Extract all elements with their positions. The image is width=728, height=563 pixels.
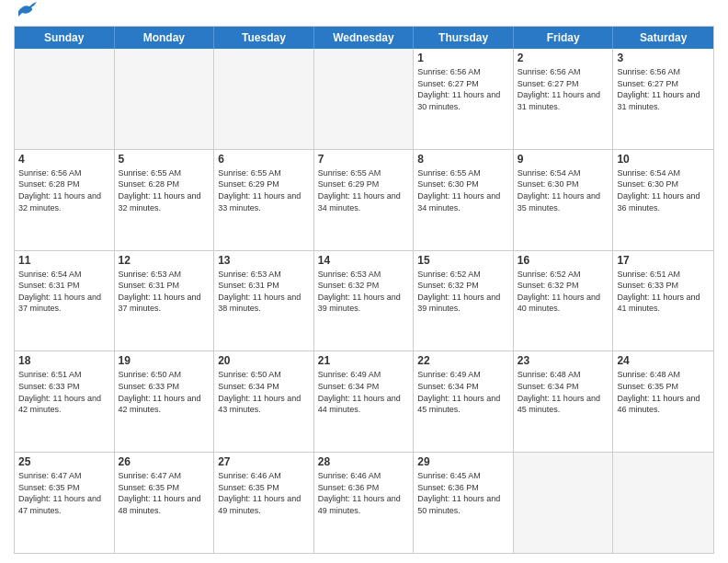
day-number: 13 [218,254,310,267]
day-info: Sunrise: 6:49 AM Sunset: 6:34 PM Dayligh… [318,369,410,415]
calendar-cell: 24Sunrise: 6:48 AM Sunset: 6:35 PM Dayli… [613,351,713,452]
calendar-cell [514,453,614,553]
day-number: 18 [18,354,110,367]
day-number: 23 [518,354,609,367]
calendar-cell: 15Sunrise: 6:52 AM Sunset: 6:32 PM Dayli… [414,251,514,351]
calendar: Sunday Monday Tuesday Wednesday Thursday… [14,26,714,554]
day-number: 10 [617,153,710,166]
day-number: 28 [318,455,410,468]
calendar-cell: 20Sunrise: 6:50 AM Sunset: 6:34 PM Dayli… [214,351,314,452]
day-number: 20 [218,354,310,367]
day-info: Sunrise: 6:47 AM Sunset: 6:35 PM Dayligh… [119,470,210,516]
day-info: Sunrise: 6:55 AM Sunset: 6:29 PM Dayligh… [218,167,310,213]
calendar-cell: 1Sunrise: 6:56 AM Sunset: 6:27 PM Daylig… [414,49,514,149]
calendar-cell: 6Sunrise: 6:55 AM Sunset: 6:29 PM Daylig… [214,150,314,250]
header-sunday: Sunday [15,27,115,49]
calendar-cell: 2Sunrise: 6:56 AM Sunset: 6:27 PM Daylig… [514,49,614,149]
day-number: 15 [417,254,509,267]
calendar-body: 1Sunrise: 6:56 AM Sunset: 6:27 PM Daylig… [15,49,713,553]
day-info: Sunrise: 6:54 AM Sunset: 6:31 PM Dayligh… [18,269,110,315]
calendar-cell: 11Sunrise: 6:54 AM Sunset: 6:31 PM Dayli… [15,251,115,351]
header [14,9,714,18]
day-info: Sunrise: 6:56 AM Sunset: 6:28 PM Dayligh… [18,167,110,213]
day-info: Sunrise: 6:55 AM Sunset: 6:28 PM Dayligh… [119,167,210,213]
week-row-2: 11Sunrise: 6:54 AM Sunset: 6:31 PM Dayli… [15,250,713,351]
day-info: Sunrise: 6:48 AM Sunset: 6:35 PM Dayligh… [617,369,710,415]
calendar-cell [214,49,314,149]
day-number: 8 [417,153,509,166]
day-number: 16 [518,254,609,267]
day-info: Sunrise: 6:51 AM Sunset: 6:33 PM Dayligh… [617,269,710,315]
header-tuesday: Tuesday [214,27,314,49]
calendar-cell: 3Sunrise: 6:56 AM Sunset: 6:27 PM Daylig… [613,49,713,149]
calendar-cell: 18Sunrise: 6:51 AM Sunset: 6:33 PM Dayli… [15,351,115,452]
header-monday: Monday [115,27,215,49]
day-number: 4 [18,153,110,166]
calendar-cell: 21Sunrise: 6:49 AM Sunset: 6:34 PM Dayli… [314,351,415,452]
day-info: Sunrise: 6:53 AM Sunset: 6:31 PM Dayligh… [218,269,310,315]
week-row-3: 18Sunrise: 6:51 AM Sunset: 6:33 PM Dayli… [15,350,713,452]
calendar-cell: 9Sunrise: 6:54 AM Sunset: 6:30 PM Daylig… [514,150,614,250]
day-info: Sunrise: 6:52 AM Sunset: 6:32 PM Dayligh… [518,269,609,315]
day-number: 17 [617,254,710,267]
calendar-cell: 28Sunrise: 6:46 AM Sunset: 6:36 PM Dayli… [314,453,415,553]
day-number: 9 [518,153,609,166]
week-row-0: 1Sunrise: 6:56 AM Sunset: 6:27 PM Daylig… [15,49,713,149]
day-number: 29 [417,455,509,468]
calendar-cell: 25Sunrise: 6:47 AM Sunset: 6:35 PM Dayli… [15,453,115,553]
calendar-cell: 5Sunrise: 6:55 AM Sunset: 6:28 PM Daylig… [115,150,215,250]
calendar-cell: 17Sunrise: 6:51 AM Sunset: 6:33 PM Dayli… [613,251,713,351]
day-number: 7 [318,153,410,166]
calendar-cell: 10Sunrise: 6:54 AM Sunset: 6:30 PM Dayli… [613,150,713,250]
calendar-cell: 16Sunrise: 6:52 AM Sunset: 6:32 PM Dayli… [514,251,614,351]
calendar-header: Sunday Monday Tuesday Wednesday Thursday… [15,27,713,49]
day-info: Sunrise: 6:51 AM Sunset: 6:33 PM Dayligh… [18,369,110,415]
header-wednesday: Wednesday [314,27,415,49]
day-number: 1 [417,52,509,64]
day-info: Sunrise: 6:46 AM Sunset: 6:35 PM Dayligh… [218,470,310,516]
day-number: 27 [218,455,310,468]
week-row-4: 25Sunrise: 6:47 AM Sunset: 6:35 PM Dayli… [15,452,713,553]
day-info: Sunrise: 6:50 AM Sunset: 6:34 PM Dayligh… [218,369,310,415]
day-info: Sunrise: 6:52 AM Sunset: 6:32 PM Dayligh… [417,269,509,315]
calendar-cell [314,49,415,149]
calendar-cell [613,453,713,553]
bird-icon [17,2,37,18]
day-info: Sunrise: 6:49 AM Sunset: 6:34 PM Dayligh… [417,369,509,415]
day-number: 5 [119,153,210,166]
day-info: Sunrise: 6:56 AM Sunset: 6:27 PM Dayligh… [617,66,710,112]
day-info: Sunrise: 6:54 AM Sunset: 6:30 PM Dayligh… [617,167,710,213]
week-row-1: 4Sunrise: 6:56 AM Sunset: 6:28 PM Daylig… [15,149,713,250]
day-number: 26 [119,455,210,468]
calendar-cell: 19Sunrise: 6:50 AM Sunset: 6:33 PM Dayli… [115,351,215,452]
day-number: 21 [318,354,410,367]
calendar-cell: 26Sunrise: 6:47 AM Sunset: 6:35 PM Dayli… [115,453,215,553]
calendar-cell: 14Sunrise: 6:53 AM Sunset: 6:32 PM Dayli… [314,251,415,351]
day-info: Sunrise: 6:50 AM Sunset: 6:33 PM Dayligh… [119,369,210,415]
day-number: 19 [119,354,210,367]
day-info: Sunrise: 6:54 AM Sunset: 6:30 PM Dayligh… [518,167,609,213]
calendar-cell: 4Sunrise: 6:56 AM Sunset: 6:28 PM Daylig… [15,150,115,250]
calendar-cell: 23Sunrise: 6:48 AM Sunset: 6:34 PM Dayli… [514,351,614,452]
calendar-cell: 29Sunrise: 6:45 AM Sunset: 6:36 PM Dayli… [414,453,514,553]
day-info: Sunrise: 6:47 AM Sunset: 6:35 PM Dayligh… [18,470,110,516]
calendar-cell: 12Sunrise: 6:53 AM Sunset: 6:31 PM Dayli… [115,251,215,351]
day-number: 12 [119,254,210,267]
calendar-cell: 27Sunrise: 6:46 AM Sunset: 6:35 PM Dayli… [214,453,314,553]
header-saturday: Saturday [613,27,713,49]
page: Sunday Monday Tuesday Wednesday Thursday… [0,0,728,563]
calendar-cell: 7Sunrise: 6:55 AM Sunset: 6:29 PM Daylig… [314,150,415,250]
calendar-cell: 22Sunrise: 6:49 AM Sunset: 6:34 PM Dayli… [414,351,514,452]
day-number: 11 [18,254,110,267]
day-info: Sunrise: 6:53 AM Sunset: 6:32 PM Dayligh… [318,269,410,315]
calendar-cell: 13Sunrise: 6:53 AM Sunset: 6:31 PM Dayli… [214,251,314,351]
header-thursday: Thursday [414,27,514,49]
day-number: 14 [318,254,410,267]
day-number: 25 [18,455,110,468]
day-number: 3 [617,52,710,64]
day-number: 2 [518,52,609,64]
day-info: Sunrise: 6:56 AM Sunset: 6:27 PM Dayligh… [518,66,609,112]
calendar-cell: 8Sunrise: 6:55 AM Sunset: 6:30 PM Daylig… [414,150,514,250]
day-info: Sunrise: 6:56 AM Sunset: 6:27 PM Dayligh… [417,66,509,112]
day-info: Sunrise: 6:55 AM Sunset: 6:29 PM Dayligh… [318,167,410,213]
